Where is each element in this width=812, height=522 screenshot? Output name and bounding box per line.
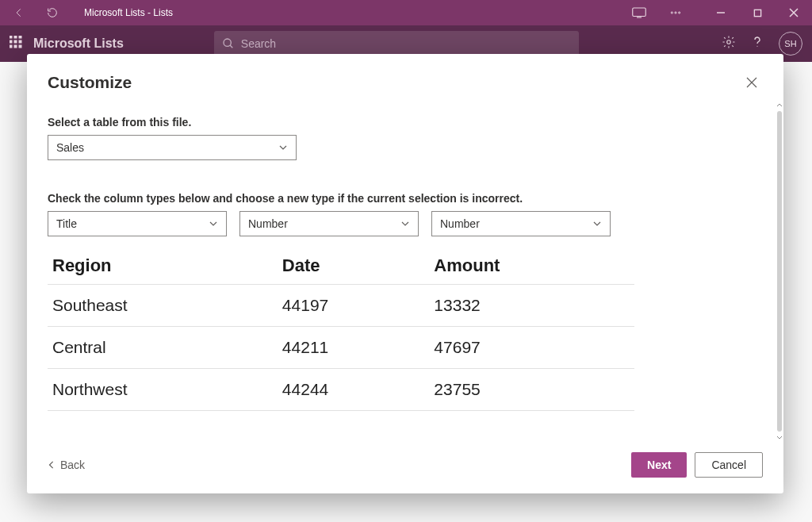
- table-preview: Region Date Amount Southeast 44197 13332…: [48, 248, 763, 411]
- user-avatar[interactable]: SH: [779, 32, 802, 56]
- scrollbar-thumb[interactable]: [777, 111, 782, 432]
- table-select-value: Sales: [56, 141, 84, 154]
- svg-rect-9: [14, 40, 17, 43]
- svg-rect-10: [19, 40, 21, 43]
- maximize-button[interactable]: [739, 0, 776, 25]
- settings-icon[interactable]: [722, 35, 736, 52]
- svg-rect-8: [10, 40, 12, 43]
- column-type-dropdown-1[interactable]: Number: [239, 211, 419, 236]
- svg-point-14: [224, 39, 231, 46]
- column-type-value: Number: [440, 217, 480, 230]
- chevron-down-icon: [592, 219, 602, 228]
- svg-point-16: [756, 46, 757, 47]
- back-button[interactable]: Back: [48, 459, 85, 471]
- scroll-up-arrow-icon[interactable]: [776, 102, 783, 109]
- cell-region: Southeast: [48, 285, 278, 327]
- column-type-dropdown-2[interactable]: Number: [431, 211, 611, 236]
- tablet-icon[interactable]: [630, 3, 649, 22]
- next-button[interactable]: Next: [631, 452, 687, 478]
- modal-scrollbar[interactable]: [776, 102, 783, 441]
- modal-title: Customize: [48, 73, 132, 92]
- svg-point-1: [671, 12, 672, 13]
- table-row: Northwest 44244 23755: [48, 369, 634, 411]
- cell-amount: 47697: [429, 327, 634, 369]
- svg-point-15: [727, 40, 731, 44]
- close-window-button[interactable]: [776, 0, 812, 25]
- svg-rect-7: [19, 36, 21, 38]
- svg-rect-4: [754, 10, 760, 16]
- more-icon[interactable]: [666, 3, 685, 22]
- refresh-icon[interactable]: [43, 3, 62, 22]
- cell-amount: 23755: [429, 369, 634, 411]
- column-types-label: Check the column types below and choose …: [48, 192, 763, 205]
- scroll-down-arrow-icon[interactable]: [776, 433, 783, 441]
- preview-header: Region: [48, 248, 278, 285]
- svg-point-2: [675, 12, 676, 13]
- search-box[interactable]: [214, 31, 579, 56]
- preview-header: Date: [278, 248, 429, 285]
- svg-point-3: [679, 12, 680, 13]
- cell-date: 44244: [278, 369, 429, 411]
- close-modal-button[interactable]: [741, 71, 763, 94]
- column-type-dropdown-0[interactable]: Title: [48, 211, 227, 236]
- window-titlebar: Microsoft Lists - Lists: [0, 0, 812, 25]
- svg-rect-12: [14, 45, 17, 48]
- chevron-left-icon: [48, 461, 56, 469]
- search-input[interactable]: [241, 37, 571, 50]
- svg-rect-6: [14, 36, 17, 38]
- chevron-down-icon: [209, 219, 218, 228]
- chevron-down-icon: [278, 143, 288, 152]
- column-type-value: Number: [248, 217, 288, 230]
- customize-modal: Customize Select a table from this file.…: [27, 54, 783, 493]
- chevron-down-icon: [400, 219, 410, 228]
- back-label: Back: [60, 459, 85, 471]
- cell-region: Central: [48, 327, 278, 369]
- svg-rect-0: [633, 8, 646, 17]
- minimize-button[interactable]: [703, 0, 739, 25]
- next-label: Next: [647, 459, 671, 471]
- table-row: Southeast 44197 13332: [48, 285, 634, 327]
- cell-date: 44211: [278, 327, 429, 369]
- back-arrow-icon[interactable]: [10, 3, 29, 22]
- cancel-label: Cancel: [711, 459, 746, 471]
- window-title: Microsoft Lists - Lists: [76, 7, 173, 18]
- app-brand[interactable]: Microsoft Lists: [33, 36, 124, 51]
- cell-amount: 13332: [429, 285, 634, 327]
- cell-date: 44197: [278, 285, 429, 327]
- table-select-label: Select a table from this file.: [48, 116, 763, 129]
- cell-region: Northwest: [48, 369, 278, 411]
- cancel-button[interactable]: Cancel: [695, 452, 763, 478]
- svg-rect-13: [19, 45, 21, 48]
- svg-rect-11: [10, 45, 12, 48]
- svg-rect-5: [10, 36, 12, 38]
- table-row: Central 44211 47697: [48, 327, 634, 369]
- preview-header: Amount: [429, 248, 634, 285]
- help-icon[interactable]: [750, 35, 764, 52]
- app-launcher-icon[interactable]: [10, 36, 22, 52]
- table-select-dropdown[interactable]: Sales: [48, 135, 297, 160]
- column-type-value: Title: [56, 217, 77, 230]
